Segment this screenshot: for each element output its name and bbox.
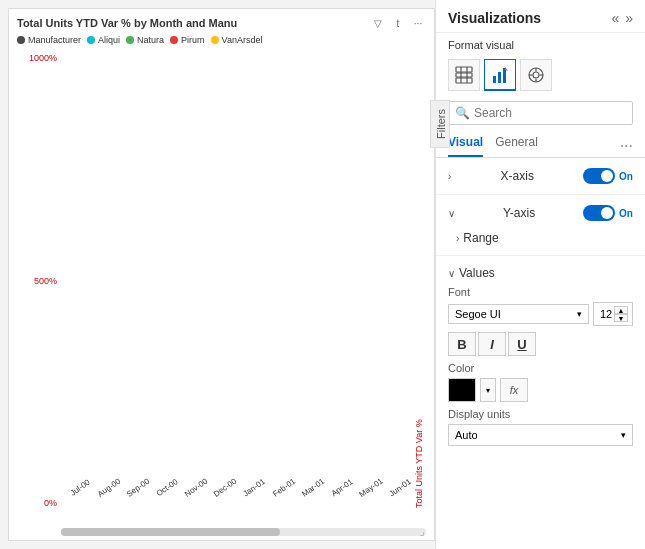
- x-axis-toggle[interactable]: On: [583, 168, 633, 184]
- y-axis-label: 500%: [17, 276, 57, 286]
- legend-item: Pirum: [170, 35, 205, 45]
- y-axis-toggle-label: On: [619, 208, 633, 219]
- legend-label: Natura: [137, 35, 164, 45]
- italic-button[interactable]: I: [478, 332, 506, 356]
- filter-icon[interactable]: ▽: [370, 15, 386, 31]
- legend-label: Aliqui: [98, 35, 120, 45]
- font-row: Segoe UI ▾ 12 ▲ ▼: [448, 302, 633, 326]
- resize-handle[interactable]: ⌟: [420, 526, 430, 536]
- panel-header: Visualizations « »: [436, 0, 645, 33]
- display-units-value: Auto: [455, 429, 478, 441]
- range-chevron: ›: [456, 233, 459, 244]
- color-prop-label: Color: [448, 362, 633, 374]
- chart-legend: Manufacturer Aliqui Natura Pirum VanArsd…: [9, 33, 434, 49]
- legend-item: Natura: [126, 35, 164, 45]
- chart-header: Total Units YTD Var % by Month and Manu …: [9, 9, 434, 33]
- color-row: ▾ fx: [448, 378, 633, 402]
- font-size-field[interactable]: 12 ▲ ▼: [593, 302, 633, 326]
- font-name-value: Segoe UI: [455, 308, 501, 320]
- fx-button[interactable]: fx: [500, 378, 528, 402]
- expand-icon[interactable]: t: [390, 15, 406, 31]
- panel-nav-icons: « »: [611, 10, 633, 26]
- y-axis-chevron: ∨: [448, 208, 455, 219]
- analytics-btn[interactable]: [520, 59, 552, 91]
- bars-area: [61, 53, 414, 484]
- format-icons-row: [436, 55, 645, 95]
- font-size-spinners: ▲ ▼: [614, 306, 628, 322]
- range-header[interactable]: › Range: [456, 229, 633, 247]
- legend-item: Manufacturer: [17, 35, 81, 45]
- chart-title: Total Units YTD Var % by Month and Manu: [17, 17, 366, 29]
- x-axis-section: › X-axis On: [436, 158, 645, 195]
- font-select-dropdown[interactable]: Segoe UI ▾: [448, 304, 589, 324]
- values-label: Values: [459, 266, 495, 280]
- y-axis-label: Y-axis: [503, 206, 535, 220]
- svg-rect-7: [503, 68, 506, 83]
- legend-dot: [87, 36, 95, 44]
- x-axis-labels: Jul-00Aug-00Sep-00Oct-00Nov-00Dec-00Jan-…: [61, 484, 414, 508]
- svg-point-9: [533, 72, 539, 78]
- font-size-up-btn[interactable]: ▲: [614, 306, 628, 314]
- font-size-value: 12: [598, 308, 614, 320]
- chart-body: 1000%500%0% Jul-00Aug-00Sep-00Oct-00Nov-…: [9, 49, 434, 528]
- svg-rect-6: [498, 72, 501, 83]
- format-visual-label: Format visual: [436, 33, 645, 55]
- bold-button[interactable]: B: [448, 332, 476, 356]
- legend-dot: [126, 36, 134, 44]
- filters-tab[interactable]: Filters: [430, 100, 450, 148]
- y-axis-toggle-switch[interactable]: [583, 205, 615, 221]
- svg-rect-5: [493, 76, 496, 83]
- y-axis-section: ∨ Y-axis On › Range: [436, 195, 645, 256]
- legend-item: Aliqui: [87, 35, 120, 45]
- legend-label: Pirum: [181, 35, 205, 45]
- tab-visual[interactable]: Visual: [448, 135, 483, 157]
- chart-scrollbar[interactable]: [61, 528, 426, 536]
- y-axis-label: 1000%: [17, 53, 57, 63]
- tab-more-btn[interactable]: ···: [620, 137, 633, 155]
- color-swatch[interactable]: [448, 378, 476, 402]
- search-box[interactable]: 🔍: [448, 101, 633, 125]
- range-subsection: › Range: [448, 225, 633, 249]
- x-axis-header[interactable]: › X-axis On: [448, 164, 633, 188]
- display-units-label: Display units: [448, 408, 633, 420]
- underline-button[interactable]: U: [508, 332, 536, 356]
- y-axis-toggle[interactable]: On: [583, 205, 633, 221]
- x-axis-label: X-axis: [501, 169, 534, 183]
- display-units-chevron-icon: ▾: [621, 430, 626, 440]
- values-header[interactable]: ∨ Values: [448, 262, 633, 286]
- x-axis-toggle-label: On: [619, 171, 633, 182]
- svg-rect-1: [456, 73, 472, 77]
- font-prop-label: Font: [448, 286, 633, 298]
- more-options-icon[interactable]: ···: [410, 15, 426, 31]
- svg-rect-2: [456, 78, 472, 83]
- search-input[interactable]: [474, 106, 626, 120]
- svg-rect-0: [456, 67, 472, 72]
- table-format-btn[interactable]: [448, 59, 480, 91]
- legend-dot: [17, 36, 25, 44]
- panel-title: Visualizations: [448, 10, 541, 26]
- y-axis-title: Total Units YTD Var %: [414, 53, 426, 508]
- y-axis-labels: 1000%500%0%: [17, 53, 61, 508]
- nav-right-icon[interactable]: »: [625, 10, 633, 26]
- x-axis-toggle-switch[interactable]: [583, 168, 615, 184]
- values-section: ∨ Values Font Segoe UI ▾ 12 ▲ ▼ B I U: [436, 256, 645, 452]
- values-chevron: ∨: [448, 268, 455, 279]
- range-label: Range: [463, 231, 498, 245]
- search-icon: 🔍: [455, 106, 470, 120]
- legend-item: VanArsdel: [211, 35, 263, 45]
- font-size-down-btn[interactable]: ▼: [614, 314, 628, 322]
- chart-icon-group: ▽ t ···: [370, 15, 426, 31]
- y-axis-label: 0%: [17, 498, 57, 508]
- y-axis-header[interactable]: ∨ Y-axis On: [448, 201, 633, 225]
- scrollbar-thumb[interactable]: [61, 528, 280, 536]
- nav-left-icon[interactable]: «: [611, 10, 619, 26]
- legend-dot: [211, 36, 219, 44]
- color-dropdown-btn[interactable]: ▾: [480, 378, 496, 402]
- display-units-dropdown[interactable]: Auto ▾: [448, 424, 633, 446]
- legend-label: VanArsdel: [222, 35, 263, 45]
- tab-general[interactable]: General: [495, 135, 538, 157]
- format-visual-btn[interactable]: [484, 59, 516, 91]
- chart-panel: Total Units YTD Var % by Month and Manu …: [8, 8, 435, 541]
- visualizations-panel: Visualizations « » Format visual: [435, 0, 645, 549]
- text-format-buttons: B I U: [448, 332, 633, 356]
